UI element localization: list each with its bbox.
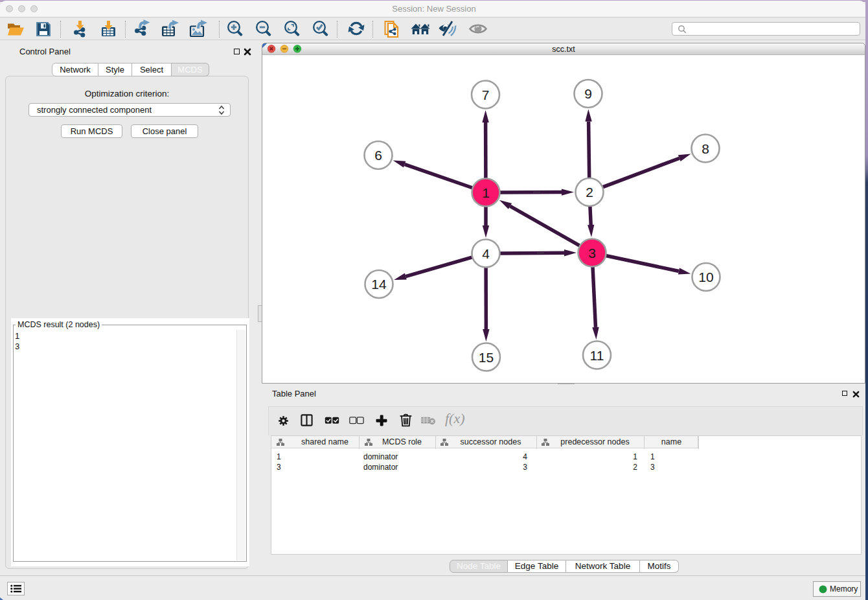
svg-text:8: 8 (702, 141, 709, 156)
svg-text:6: 6 (374, 148, 382, 163)
svg-text:4: 4 (482, 246, 490, 261)
svg-text:14: 14 (371, 277, 387, 292)
svg-text:3: 3 (588, 246, 596, 260)
svg-text:9: 9 (584, 86, 592, 101)
svg-text:10: 10 (698, 270, 713, 284)
svg-text:2: 2 (586, 185, 593, 200)
svg-text:1: 1 (482, 185, 490, 200)
svg-text:7: 7 (482, 87, 490, 102)
svg-text:15: 15 (479, 350, 494, 365)
svg-text:11: 11 (590, 348, 604, 363)
